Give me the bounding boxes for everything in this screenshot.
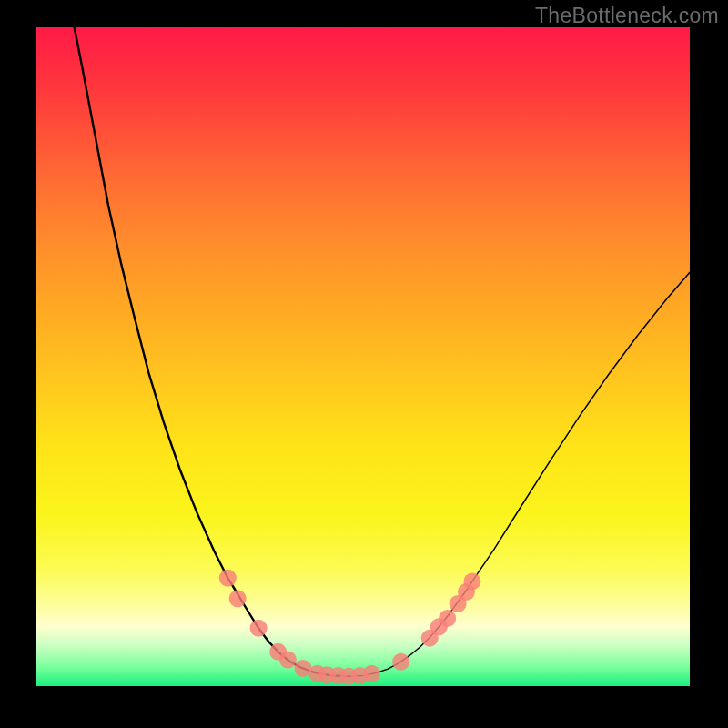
data-marker <box>250 620 268 637</box>
data-marker <box>463 572 480 590</box>
data-marker <box>392 653 410 671</box>
curve-left-arm <box>75 27 347 676</box>
curve-right-arm <box>347 272 690 676</box>
marker-group-bottom <box>308 665 380 685</box>
data-marker <box>439 610 456 627</box>
data-marker <box>279 652 297 669</box>
marker-group-right <box>392 572 480 670</box>
data-marker <box>219 570 237 587</box>
chart-plot-area <box>36 27 690 686</box>
watermark-text: TheBottleneck.com <box>535 4 719 28</box>
data-marker <box>229 590 247 607</box>
chart-svg <box>36 27 690 686</box>
data-marker <box>363 665 380 682</box>
